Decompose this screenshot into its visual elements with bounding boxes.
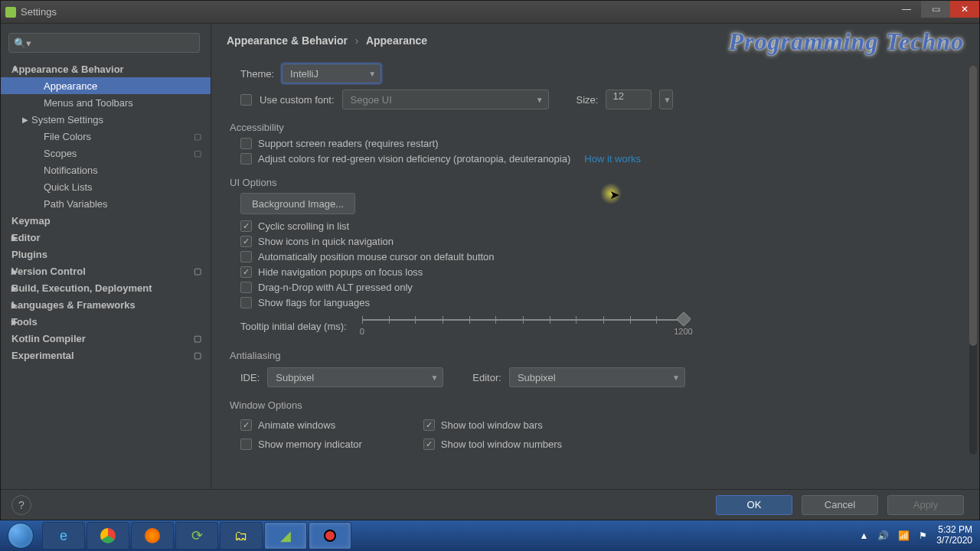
- checkbox-label: Animate windows: [258, 419, 335, 431]
- ok-button[interactable]: OK: [716, 495, 792, 515]
- project-scope-icon: ▢: [194, 266, 201, 276]
- editor-aa-select[interactable]: Subpixel▼: [509, 367, 685, 387]
- scrollbar[interactable]: [969, 66, 977, 455]
- search-icon: 🔍: [14, 37, 26, 49]
- background-image-button[interactable]: Background Image...: [240, 193, 355, 214]
- tree-item-plugins[interactable]: Plugins: [1, 246, 211, 262]
- brand-watermark: Programming Techno: [728, 28, 964, 56]
- theme-label: Theme:: [240, 68, 274, 80]
- cancel-button[interactable]: Cancel: [802, 495, 878, 515]
- tray-flag-icon[interactable]: ▲: [859, 530, 868, 541]
- checkbox-label: Cyclic scrolling in list: [258, 220, 349, 232]
- checkbox-label: Drag-n-Drop with ALT pressed only: [258, 282, 413, 293]
- minimize-button[interactable]: —: [892, 1, 921, 18]
- project-scope-icon: ▢: [194, 132, 201, 142]
- taskbar-chrome[interactable]: [87, 522, 129, 549]
- breadcrumb-a[interactable]: Appearance & Behavior: [227, 34, 348, 47]
- checkbox[interactable]: [423, 419, 435, 431]
- expand-arrow-icon: ▶: [11, 318, 18, 326]
- screen-readers-label: Support screen readers (requires restart…: [258, 138, 439, 149]
- tree-item-keymap[interactable]: Keymap: [1, 212, 211, 229]
- tree-item-menus-and-toolbars[interactable]: Menus and Toolbars: [1, 94, 211, 111]
- close-button[interactable]: ✕: [950, 1, 979, 18]
- color-deficiency-label: Adjust colors for red-green vision defic…: [258, 153, 570, 165]
- expand-arrow-icon: ▶: [11, 284, 18, 292]
- color-deficiency-checkbox[interactable]: [240, 153, 252, 165]
- tray-network-icon[interactable]: 📶: [898, 530, 910, 541]
- settings-window: Settings — ▭ ✕ 🔍▾ ▼Appearance & Behavior…: [0, 0, 980, 520]
- project-scope-icon: ▢: [194, 334, 201, 344]
- taskbar[interactable]: e ⟳ 🗂 ◢ ▲ 🔊 📶 ⚑ 5:32 PM 3/7/2020: [0, 520, 980, 551]
- tree-item-languages-frameworks[interactable]: ▶Languages & Frameworks: [1, 296, 211, 313]
- tree-item-tools[interactable]: ▶Tools: [1, 313, 211, 330]
- expand-arrow-icon: ▼: [11, 65, 19, 73]
- tooltip-delay-slider[interactable]: 0 1200: [362, 315, 684, 337]
- theme-select[interactable]: IntelliJ▼: [282, 64, 381, 83]
- ide-aa-select[interactable]: Subpixel▼: [267, 367, 443, 387]
- tree-item-kotlin-compiler[interactable]: Kotlin Compiler▢: [1, 330, 211, 347]
- taskbar-clock[interactable]: 5:32 PM 3/7/2020: [936, 525, 972, 546]
- project-scope-icon: ▢: [194, 350, 201, 360]
- tree-item-path-variables[interactable]: Path Variables: [1, 195, 211, 212]
- tree-item-appearance-behavior[interactable]: ▼Appearance & Behavior: [1, 60, 211, 77]
- checkbox[interactable]: [240, 236, 252, 247]
- checkbox[interactable]: [240, 220, 252, 232]
- checkbox[interactable]: [423, 439, 435, 450]
- system-tray[interactable]: ▲ 🔊 📶 ⚑ 5:32 PM 3/7/2020: [859, 525, 980, 546]
- taskbar-recorder[interactable]: [309, 522, 351, 549]
- checkbox[interactable]: [240, 266, 252, 278]
- titlebar[interactable]: Settings — ▭ ✕: [1, 1, 979, 24]
- checkbox-label: Automatically position mouse cursor on d…: [258, 251, 495, 262]
- checkbox[interactable]: [240, 439, 252, 450]
- checkbox-label: Show tool window bars: [441, 419, 543, 431]
- start-button[interactable]: [0, 520, 41, 551]
- taskbar-firefox[interactable]: [131, 522, 174, 549]
- sidebar: 🔍▾ ▼Appearance & BehaviorAppearanceMenus…: [1, 24, 211, 489]
- breadcrumb-b: Appearance: [366, 34, 427, 47]
- taskbar-ie[interactable]: e: [42, 522, 85, 549]
- font-size-stepper[interactable]: ▼: [659, 90, 673, 109]
- taskbar-app1[interactable]: ⟳: [175, 522, 218, 549]
- taskbar-explorer[interactable]: 🗂: [220, 522, 263, 549]
- tray-volume-icon[interactable]: 🔊: [877, 530, 889, 541]
- tree-item-system-settings[interactable]: ▶System Settings: [1, 111, 211, 128]
- help-button[interactable]: ?: [11, 495, 31, 515]
- tree-item-scopes[interactable]: Scopes▢: [1, 145, 211, 161]
- font-select[interactable]: Segoe UI▼: [342, 90, 549, 109]
- screen-readers-checkbox[interactable]: [240, 138, 252, 149]
- font-size-input[interactable]: 12: [606, 90, 652, 109]
- search-input[interactable]: 🔍▾: [8, 33, 200, 53]
- tree-item-notifications[interactable]: Notifications: [1, 161, 211, 178]
- app-icon: [5, 7, 16, 18]
- dialog-footer: ? OK Cancel Apply: [1, 489, 979, 520]
- cursor-icon: ➤: [609, 187, 619, 202]
- tree-item-experimental[interactable]: Experimental▢: [1, 347, 211, 364]
- tree-item-editor[interactable]: ▶Editor: [1, 229, 211, 246]
- tree-item-version-control[interactable]: ▶Version Control▢: [1, 262, 211, 279]
- tray-action-icon[interactable]: ⚑: [919, 530, 927, 541]
- taskbar-android-studio[interactable]: ◢: [264, 522, 307, 549]
- tree-item-build-execution-deployment[interactable]: ▶Build, Execution, Deployment: [1, 279, 211, 296]
- maximize-button[interactable]: ▭: [921, 1, 950, 18]
- how-it-works-link[interactable]: How it works: [584, 153, 641, 165]
- chevron-right-icon: ›: [355, 34, 359, 47]
- slider-min: 0: [360, 327, 364, 336]
- checkbox-label: Show memory indicator: [258, 439, 362, 450]
- window-options-header: Window Options: [230, 399, 961, 411]
- checkbox[interactable]: [240, 282, 252, 293]
- tree-item-file-colors[interactable]: File Colors▢: [1, 128, 211, 145]
- checkbox[interactable]: [240, 251, 252, 262]
- tree-item-quick-lists[interactable]: Quick Lists: [1, 178, 211, 195]
- checkbox[interactable]: [240, 419, 252, 431]
- custom-font-label: Use custom font:: [260, 94, 335, 106]
- tree-item-appearance[interactable]: Appearance: [1, 77, 211, 94]
- checkbox[interactable]: [240, 297, 252, 308]
- settings-tree: ▼Appearance & BehaviorAppearanceMenus an…: [1, 60, 211, 364]
- apply-button[interactable]: Apply: [887, 495, 964, 515]
- window-title: Settings: [21, 6, 57, 18]
- accessibility-header: Accessibility: [230, 122, 961, 133]
- ui-options-header: UI Options: [230, 177, 961, 188]
- checkbox-label: Show flags for languages: [258, 297, 370, 308]
- checkbox-label: Hide navigation popups on focus loss: [258, 266, 423, 278]
- custom-font-checkbox[interactable]: [240, 94, 252, 106]
